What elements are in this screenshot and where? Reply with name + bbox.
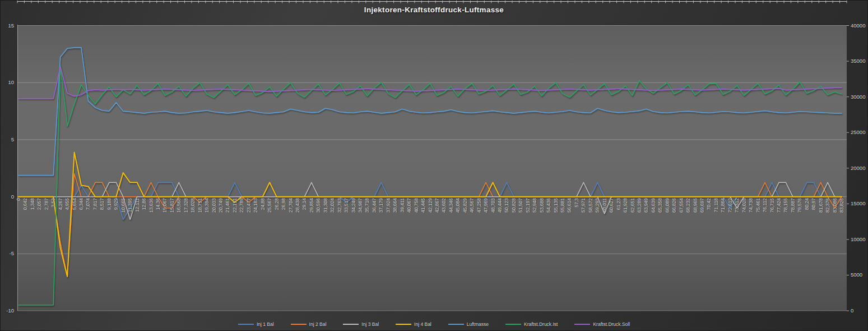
x-axis-label: 15,817	[169, 198, 175, 232]
x-axis-label: 33,517	[343, 198, 350, 232]
x-axis-label: 79,576	[796, 198, 803, 232]
x-axis-label: 63,289	[636, 198, 643, 232]
legend-line-swatch	[574, 324, 590, 325]
legend-item-inj-3-bal[interactable]: Inj 3 Bal	[343, 321, 379, 327]
x-axis-label: 40,758	[413, 198, 420, 232]
x-axis-label: 73,312	[734, 198, 740, 232]
legend-line-swatch	[291, 324, 307, 325]
legend-label: Inj 1 Bal	[257, 321, 274, 327]
x-axis-label: 77,424	[776, 198, 782, 232]
legend-label: Inj 2 Bal	[309, 321, 327, 327]
x-axis-label: 32,024	[329, 198, 336, 232]
x-axis-label: 4,955	[64, 198, 71, 232]
x-axis-label: 18,751	[197, 198, 203, 232]
x-axis-label: 70,42	[705, 198, 712, 232]
x-axis-label: 2,057	[36, 198, 43, 232]
x-axis-label: 52,948	[531, 198, 538, 232]
series-line-kraftst-druck-ist[interactable]	[18, 66, 842, 305]
x-axis-label: 6,344	[78, 198, 85, 232]
legend-item-kraftst-druck-ist[interactable]: Kraftst.Druck.Ist	[505, 321, 558, 327]
x-axis-label: 58,572	[587, 198, 594, 232]
x-axis-label: 64,639	[650, 198, 657, 232]
x-axis-label: 8,517	[99, 198, 105, 232]
x-axis-label: 83,826	[838, 198, 845, 232]
x-axis-label: 43,602	[440, 198, 447, 232]
x-axis-label: 12,86	[141, 198, 147, 232]
x-axis-label: 71,118	[713, 198, 720, 232]
x-axis-label: 22,151	[231, 198, 238, 232]
right-axis-label: 5000	[851, 272, 862, 278]
legend-item-kraftst-druck-soll[interactable]: Kraftst.Druck.Soll	[574, 321, 630, 327]
x-axis-label: 66,826	[671, 198, 677, 232]
x-axis-label: 76,715	[769, 198, 776, 232]
x-axis-label: 24,183	[252, 198, 259, 232]
legend-label: Kraftst.Druck.Soll	[593, 321, 630, 327]
x-axis-label: 30,596	[315, 198, 322, 232]
x-axis-label: 71,864	[720, 198, 726, 232]
x-axis-label: 27,704	[287, 198, 294, 232]
x-axis-label: 18,028	[189, 198, 196, 232]
x-axis-label: 31,308	[322, 198, 329, 232]
left-axis-label: 5	[1, 136, 14, 142]
right-axis-label: 15000	[851, 200, 865, 206]
legend-label: Inj 4 Bal	[414, 321, 431, 327]
x-axis-label: 60,627	[608, 198, 615, 232]
right-axis-label: 25000	[851, 129, 865, 135]
x-axis-label: 55,881	[559, 198, 566, 232]
x-axis-label: 54,436	[545, 198, 552, 232]
plot-area	[1, 1, 868, 331]
x-axis-label: 28,438	[294, 198, 301, 232]
legend[interactable]: Inj 1 BalInj 2 BalInj 3 BalInj 4 BalLuft…	[1, 321, 867, 327]
x-axis-label: 25,567	[266, 198, 273, 232]
left-axis-label: -10	[1, 307, 14, 314]
x-axis-label: 68,232	[685, 198, 691, 232]
x-axis-label: 50,123	[503, 198, 510, 232]
left-axis-label: 15	[1, 22, 14, 29]
series-line-luftmasse[interactable]	[18, 48, 842, 176]
x-axis-label: 20,749	[217, 198, 224, 232]
x-axis-label: 69,697	[699, 198, 705, 232]
x-axis-label: 14,36	[155, 198, 161, 232]
legend-item-inj-1-bal[interactable]: Inj 1 Bal	[238, 321, 274, 327]
x-axis-label: 61,928	[622, 198, 629, 232]
x-axis-label: 82,376	[824, 198, 831, 232]
x-axis-label: 20,033	[211, 198, 217, 232]
x-axis-label: 16,568	[175, 198, 182, 232]
x-axis-label: 49,444	[496, 198, 503, 232]
legend-item-inj-2-bal[interactable]: Inj 2 Bal	[291, 321, 327, 327]
x-axis-label: 1,348	[29, 198, 36, 232]
chart-container[interactable]: Injektoren-Kraftstoffdruck-Luftmasse 151…	[0, 0, 868, 331]
x-axis-label: 56,614	[566, 198, 573, 232]
x-axis-label: 29,854	[308, 198, 315, 232]
x-axis-label: 53,688	[539, 198, 545, 232]
x-axis-label: 7,074	[85, 198, 91, 232]
x-axis-label: 46,567	[468, 198, 475, 232]
x-axis-label: 57,971	[580, 198, 587, 232]
x-axis-label: 37,924	[385, 198, 392, 232]
x-axis-label: 26,28	[273, 198, 280, 232]
x-axis-label: 81,678	[818, 198, 824, 232]
x-axis-label: 39,411	[399, 198, 406, 232]
x-axis-label: 40,067	[406, 198, 412, 232]
x-axis-label: 78,887	[790, 198, 796, 232]
x-axis-label: 59,293	[594, 198, 601, 232]
left-axis-label: -5	[1, 250, 14, 256]
x-axis-label: 32,763	[336, 198, 343, 232]
right-axis-label: 0	[851, 307, 853, 314]
x-axis-label: 29,14	[301, 198, 308, 232]
x-axis-label: 35,718	[364, 198, 370, 232]
legend-line-swatch	[396, 324, 411, 325]
legend-item-inj-4-bal[interactable]: Inj 4 Bal	[396, 321, 431, 327]
x-axis-label: 78,155	[782, 198, 789, 232]
x-axis-label: 23,477	[245, 198, 252, 232]
x-axis-label: 74,738	[748, 198, 754, 232]
x-axis-label: 51,507	[517, 198, 524, 232]
x-axis-label: 60,011	[601, 198, 608, 232]
legend-item-luftmasse[interactable]: Luftmasse	[448, 321, 489, 327]
x-axis-label: 34,249	[350, 198, 357, 232]
x-axis-label: 41,445	[420, 198, 426, 232]
x-axis-label: 76,112	[762, 198, 768, 232]
legend-label: Luftmasse	[467, 321, 489, 327]
x-axis-label: 67,554	[678, 198, 685, 232]
x-axis-label: 80,97	[810, 198, 817, 232]
